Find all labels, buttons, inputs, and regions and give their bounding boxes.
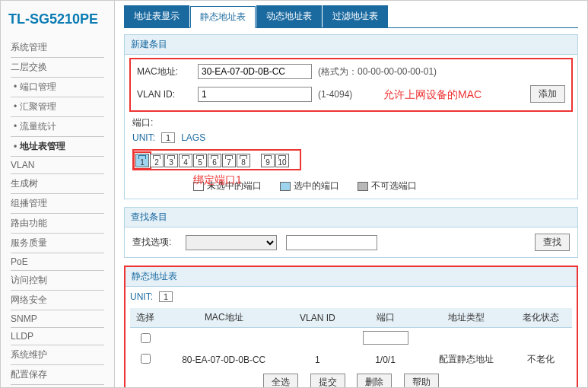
col-select: 选择: [130, 308, 161, 328]
col-type: 地址类型: [423, 308, 510, 328]
port-4[interactable]: 4: [179, 154, 192, 167]
static-addr-table: 选择 MAC地址 VLAN ID 端口 地址类型 老化状态: [130, 308, 572, 369]
nav-lldp[interactable]: LLDP: [11, 328, 104, 345]
col-aging: 老化状态: [510, 308, 572, 328]
nav-netsec[interactable]: 网络安全: [11, 291, 104, 310]
nav-port[interactable]: 端口管理: [11, 78, 104, 97]
cell-aging: 不老化: [510, 350, 572, 369]
port-10[interactable]: 10: [275, 154, 289, 167]
table-filter-row: [130, 328, 572, 351]
cell-type: 配置静态地址: [423, 350, 510, 369]
section-search: 查找条目 查找选项: 查找: [124, 207, 578, 258]
vlan-label: VLAN ID:: [137, 89, 198, 100]
cell-mac: 80-EA-07-0D-0B-CC: [161, 350, 287, 369]
legend-dis: 不可选端口: [371, 180, 417, 191]
search-label: 查找选项:: [132, 236, 186, 249]
legend-sel-icon: [280, 182, 291, 191]
vlan-hint: (1-4094): [318, 89, 352, 100]
port-3[interactable]: 3: [164, 154, 178, 167]
select-all-button[interactable]: 全选: [263, 374, 298, 387]
tab-dynamic[interactable]: 动态地址表: [256, 5, 322, 27]
select-all-checkbox[interactable]: [141, 333, 151, 343]
nav-qos[interactable]: 服务质量: [11, 234, 104, 253]
port-5[interactable]: 5: [193, 154, 207, 167]
section-new-entry: 新建条目 MAC地址: (格式为：00-00-00-00-00-01) VLAN…: [124, 34, 578, 199]
mac-hint: (格式为：00-00-00-00-00-01): [318, 65, 437, 78]
nav-l2[interactable]: 二层交换: [11, 58, 104, 78]
add-button[interactable]: 添加: [530, 85, 565, 103]
row-checkbox[interactable]: [141, 354, 151, 364]
search-button[interactable]: 查找: [535, 234, 570, 251]
search-select[interactable]: [186, 235, 277, 250]
tab-static[interactable]: 静态地址表: [190, 6, 256, 28]
table-unit-value[interactable]: 1: [159, 291, 173, 302]
submit-button[interactable]: 提交: [310, 374, 345, 387]
nav-agg[interactable]: 汇聚管理: [11, 97, 104, 117]
help-button[interactable]: 帮助: [404, 374, 439, 387]
lags-tab[interactable]: LAGS: [181, 132, 205, 143]
port-9[interactable]: 9: [261, 154, 275, 167]
annotation-bind-port: 绑定端口1: [193, 173, 242, 187]
tab-display[interactable]: 地址表显示: [124, 5, 189, 27]
nav-poe[interactable]: PoE: [11, 253, 104, 271]
annotation-allow-mac: 允许上网设备的MAC: [383, 88, 482, 102]
col-vlan: VLAN ID: [287, 308, 348, 328]
col-port: 端口: [348, 308, 422, 328]
delete-button[interactable]: 删除: [357, 374, 392, 387]
legend-sel: 选中的端口: [294, 180, 339, 191]
nav-stp[interactable]: 生成树: [11, 174, 104, 194]
port-7[interactable]: 7: [222, 154, 236, 167]
vlan-input[interactable]: [198, 87, 312, 102]
unit-value[interactable]: 1: [161, 132, 175, 143]
sidebar: TL-SG5210PE 系统管理 二层交换 端口管理 汇聚管理 流量统计 地址表…: [1, 1, 115, 387]
section-title-search: 查找条目: [125, 208, 577, 227]
table-unit-label: UNIT:: [130, 291, 153, 302]
port-1[interactable]: 1: [135, 154, 149, 167]
tab-filter[interactable]: 过滤地址表: [323, 5, 388, 27]
section-title-new: 新建条目: [125, 35, 577, 55]
port-6[interactable]: 6: [208, 154, 221, 167]
legend-dis-icon: [358, 182, 368, 191]
unit-label: UNIT:: [132, 132, 155, 143]
search-input[interactable]: [286, 235, 377, 250]
nav-traffic[interactable]: 流量统计: [11, 117, 104, 137]
port-legend: 未选中的端口 选中的端口 不可选端口: [193, 180, 570, 192]
port-label: 端口:: [132, 116, 193, 129]
nav-save[interactable]: 配置保存: [11, 365, 104, 385]
nav-sysmgr[interactable]: 系统管理: [11, 38, 104, 58]
mac-input[interactable]: [198, 64, 312, 79]
brand-title: TL-SG5210PE: [1, 7, 114, 38]
main: 地址表显示 静态地址表 动态地址表 过滤地址表 新建条目 MAC地址: (格式为…: [115, 1, 587, 387]
port-2[interactable]: 2: [150, 154, 164, 167]
col-mac: MAC地址: [161, 308, 287, 328]
tabs: 地址表显示 静态地址表 动态地址表 过滤地址表: [124, 5, 578, 28]
cell-vlan: 1: [287, 350, 348, 369]
port-selector: 1 2 3 4 5 6 7 8 9 10: [132, 149, 301, 170]
cell-port: 1/0/1: [348, 350, 422, 369]
nav-access[interactable]: 访问控制: [11, 271, 104, 291]
nav-mcast[interactable]: 组播管理: [11, 194, 104, 214]
port-filter-select[interactable]: [363, 331, 408, 345]
section-title-table: 静态地址表: [126, 267, 577, 287]
mac-label: MAC地址:: [137, 65, 198, 78]
nav-addr[interactable]: 地址表管理: [11, 137, 104, 157]
port-8[interactable]: 8: [237, 154, 250, 167]
nav-index[interactable]: 索引页面: [11, 385, 104, 388]
nav-vlan[interactable]: VLAN: [11, 157, 104, 174]
section-static-table: 静态地址表 UNIT: 1 选择 MAC地址 VLAN ID 端口 地址类型 老…: [124, 266, 578, 387]
nav-maint[interactable]: 系统维护: [11, 345, 104, 365]
nav-route[interactable]: 路由功能: [11, 214, 104, 234]
table-row: 80-EA-07-0D-0B-CC 1 1/0/1 配置静态地址 不老化: [130, 350, 572, 369]
nav-snmp[interactable]: SNMP: [11, 310, 104, 328]
